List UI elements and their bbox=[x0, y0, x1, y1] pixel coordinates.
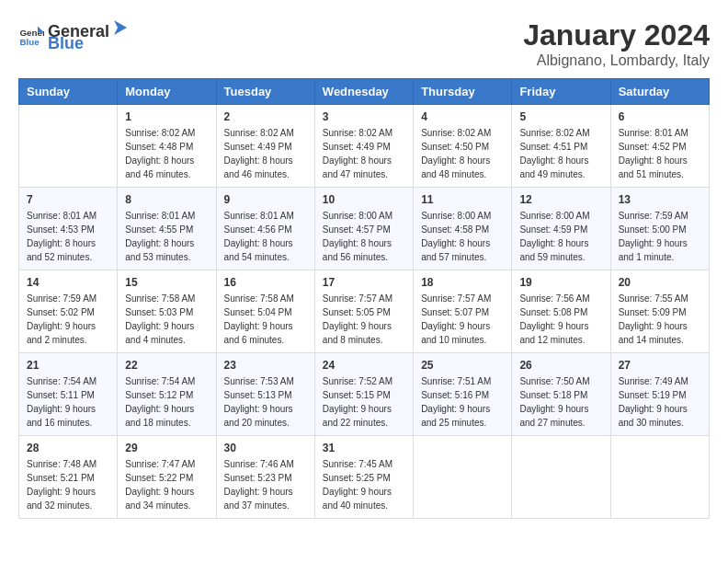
day-number: 31 bbox=[323, 442, 405, 454]
day-cell-0-2: 2Sunrise: 8:02 AMSunset: 4:49 PMDaylight… bbox=[216, 105, 314, 188]
header-monday: Monday bbox=[118, 79, 216, 105]
day-cell-0-5: 5Sunrise: 8:02 AMSunset: 4:51 PMDaylight… bbox=[512, 105, 610, 188]
day-info: Sunrise: 8:02 AMSunset: 4:48 PMDaylight:… bbox=[125, 126, 208, 181]
day-cell-3-6: 27Sunrise: 7:49 AMSunset: 5:19 PMDayligh… bbox=[610, 353, 709, 436]
day-cell-4-2: 30Sunrise: 7:46 AMSunset: 5:23 PMDayligh… bbox=[216, 436, 314, 519]
header-saturday: Saturday bbox=[610, 79, 709, 105]
day-number: 27 bbox=[619, 359, 701, 372]
day-info: Sunrise: 7:59 AMSunset: 5:00 PMDaylight:… bbox=[619, 209, 701, 264]
weekday-header-row: Sunday Monday Tuesday Wednesday Thursday… bbox=[19, 79, 710, 105]
title-area: January 2024 Albignano, Lombardy, Italy bbox=[523, 18, 710, 69]
day-number: 12 bbox=[519, 193, 602, 206]
day-cell-2-0: 14Sunrise: 7:59 AMSunset: 5:02 PMDayligh… bbox=[19, 270, 118, 353]
day-info: Sunrise: 8:02 AMSunset: 4:49 PMDaylight:… bbox=[323, 126, 405, 181]
day-cell-1-0: 7Sunrise: 8:01 AMSunset: 4:53 PMDaylight… bbox=[19, 188, 118, 270]
day-cell-4-0: 28Sunrise: 7:48 AMSunset: 5:21 PMDayligh… bbox=[19, 436, 118, 519]
header-tuesday: Tuesday bbox=[216, 79, 314, 105]
day-cell-4-4 bbox=[414, 436, 512, 519]
day-number: 18 bbox=[421, 276, 504, 289]
day-info: Sunrise: 7:52 AMSunset: 5:15 PMDaylight:… bbox=[323, 374, 405, 430]
header-sunday: Sunday bbox=[19, 79, 118, 105]
day-cell-0-3: 3Sunrise: 8:02 AMSunset: 4:49 PMDaylight… bbox=[314, 105, 413, 188]
day-number: 20 bbox=[619, 276, 701, 289]
day-number: 5 bbox=[519, 110, 602, 123]
svg-marker-3 bbox=[114, 20, 127, 35]
day-info: Sunrise: 7:53 AMSunset: 5:13 PMDaylight:… bbox=[224, 374, 307, 430]
day-number: 17 bbox=[323, 276, 405, 289]
day-info: Sunrise: 7:57 AMSunset: 5:07 PMDaylight:… bbox=[421, 292, 504, 347]
day-number: 30 bbox=[224, 442, 307, 454]
day-cell-1-1: 8Sunrise: 8:01 AMSunset: 4:55 PMDaylight… bbox=[118, 188, 216, 270]
day-number: 22 bbox=[125, 359, 208, 372]
day-cell-0-4: 4Sunrise: 8:02 AMSunset: 4:50 PMDaylight… bbox=[414, 105, 512, 188]
day-number: 19 bbox=[519, 276, 602, 289]
day-cell-4-1: 29Sunrise: 7:47 AMSunset: 5:22 PMDayligh… bbox=[118, 436, 216, 519]
day-info: Sunrise: 8:01 AMSunset: 4:56 PMDaylight:… bbox=[224, 209, 307, 264]
day-cell-1-6: 13Sunrise: 7:59 AMSunset: 5:00 PMDayligh… bbox=[610, 188, 709, 270]
logo: General Blue General Blue bbox=[18, 18, 130, 53]
day-info: Sunrise: 7:56 AMSunset: 5:08 PMDaylight:… bbox=[519, 292, 602, 347]
header-thursday: Thursday bbox=[414, 79, 512, 105]
week-row-0: 1Sunrise: 8:02 AMSunset: 4:48 PMDaylight… bbox=[19, 105, 710, 188]
day-number: 10 bbox=[323, 193, 405, 206]
day-cell-1-2: 9Sunrise: 8:01 AMSunset: 4:56 PMDaylight… bbox=[216, 188, 314, 270]
day-cell-2-3: 17Sunrise: 7:57 AMSunset: 5:05 PMDayligh… bbox=[314, 270, 413, 353]
day-info: Sunrise: 7:50 AMSunset: 5:18 PMDaylight:… bbox=[519, 374, 602, 430]
day-cell-3-5: 26Sunrise: 7:50 AMSunset: 5:18 PMDayligh… bbox=[512, 353, 610, 436]
day-cell-2-5: 19Sunrise: 7:56 AMSunset: 5:08 PMDayligh… bbox=[512, 270, 610, 353]
day-info: Sunrise: 7:45 AMSunset: 5:25 PMDaylight:… bbox=[323, 457, 405, 512]
day-cell-3-1: 22Sunrise: 7:54 AMSunset: 5:12 PMDayligh… bbox=[118, 353, 216, 436]
day-number: 21 bbox=[27, 359, 109, 372]
day-number: 7 bbox=[27, 193, 109, 206]
day-cell-2-2: 16Sunrise: 7:58 AMSunset: 5:04 PMDayligh… bbox=[216, 270, 314, 353]
day-cell-1-3: 10Sunrise: 8:00 AMSunset: 4:57 PMDayligh… bbox=[314, 188, 413, 270]
day-info: Sunrise: 7:59 AMSunset: 5:02 PMDaylight:… bbox=[27, 292, 109, 347]
logo-arrow-icon bbox=[110, 18, 129, 37]
day-number: 25 bbox=[421, 359, 504, 372]
day-info: Sunrise: 7:51 AMSunset: 5:16 PMDaylight:… bbox=[421, 374, 504, 430]
day-cell-3-3: 24Sunrise: 7:52 AMSunset: 5:15 PMDayligh… bbox=[314, 353, 413, 436]
day-number: 3 bbox=[323, 110, 405, 123]
day-info: Sunrise: 7:49 AMSunset: 5:19 PMDaylight:… bbox=[619, 374, 701, 430]
day-cell-2-4: 18Sunrise: 7:57 AMSunset: 5:07 PMDayligh… bbox=[414, 270, 512, 353]
svg-text:Blue: Blue bbox=[19, 37, 40, 47]
day-number: 24 bbox=[323, 359, 405, 372]
day-cell-4-3: 31Sunrise: 7:45 AMSunset: 5:25 PMDayligh… bbox=[314, 436, 413, 519]
day-info: Sunrise: 8:01 AMSunset: 4:55 PMDaylight:… bbox=[125, 209, 208, 264]
day-cell-0-0 bbox=[19, 105, 118, 188]
day-info: Sunrise: 7:46 AMSunset: 5:23 PMDaylight:… bbox=[224, 457, 307, 512]
day-info: Sunrise: 7:58 AMSunset: 5:04 PMDaylight:… bbox=[224, 292, 307, 347]
day-info: Sunrise: 8:01 AMSunset: 4:53 PMDaylight:… bbox=[27, 209, 109, 264]
day-number: 23 bbox=[224, 359, 307, 372]
day-number: 8 bbox=[125, 193, 208, 206]
week-row-3: 21Sunrise: 7:54 AMSunset: 5:11 PMDayligh… bbox=[19, 353, 710, 436]
day-info: Sunrise: 7:54 AMSunset: 5:12 PMDaylight:… bbox=[125, 374, 208, 430]
day-number: 14 bbox=[27, 276, 109, 289]
day-number: 2 bbox=[224, 110, 307, 123]
day-number: 11 bbox=[421, 193, 504, 206]
day-cell-3-2: 23Sunrise: 7:53 AMSunset: 5:13 PMDayligh… bbox=[216, 353, 314, 436]
day-info: Sunrise: 8:02 AMSunset: 4:50 PMDaylight:… bbox=[421, 126, 504, 181]
header: General Blue General Blue January 2024 A… bbox=[18, 18, 710, 69]
day-info: Sunrise: 7:58 AMSunset: 5:03 PMDaylight:… bbox=[125, 292, 208, 347]
header-wednesday: Wednesday bbox=[314, 79, 413, 105]
day-number: 6 bbox=[619, 110, 701, 123]
day-cell-0-6: 6Sunrise: 8:01 AMSunset: 4:52 PMDaylight… bbox=[610, 105, 709, 188]
location-title: Albignano, Lombardy, Italy bbox=[523, 52, 710, 69]
day-number: 29 bbox=[125, 442, 208, 454]
day-number: 28 bbox=[27, 442, 109, 454]
day-info: Sunrise: 7:57 AMSunset: 5:05 PMDaylight:… bbox=[323, 292, 405, 347]
week-row-2: 14Sunrise: 7:59 AMSunset: 5:02 PMDayligh… bbox=[19, 270, 710, 353]
day-info: Sunrise: 8:02 AMSunset: 4:49 PMDaylight:… bbox=[224, 126, 307, 181]
day-cell-3-0: 21Sunrise: 7:54 AMSunset: 5:11 PMDayligh… bbox=[19, 353, 118, 436]
day-info: Sunrise: 8:00 AMSunset: 4:59 PMDaylight:… bbox=[519, 209, 602, 264]
day-cell-1-5: 12Sunrise: 8:00 AMSunset: 4:59 PMDayligh… bbox=[512, 188, 610, 270]
header-friday: Friday bbox=[512, 79, 610, 105]
month-title: January 2024 bbox=[523, 18, 710, 52]
day-cell-2-1: 15Sunrise: 7:58 AMSunset: 5:03 PMDayligh… bbox=[118, 270, 216, 353]
day-cell-2-6: 20Sunrise: 7:55 AMSunset: 5:09 PMDayligh… bbox=[610, 270, 709, 353]
logo-icon: General Blue bbox=[18, 23, 44, 49]
day-cell-0-1: 1Sunrise: 8:02 AMSunset: 4:48 PMDaylight… bbox=[118, 105, 216, 188]
day-info: Sunrise: 8:00 AMSunset: 4:58 PMDaylight:… bbox=[421, 209, 504, 264]
day-number: 9 bbox=[224, 193, 307, 206]
